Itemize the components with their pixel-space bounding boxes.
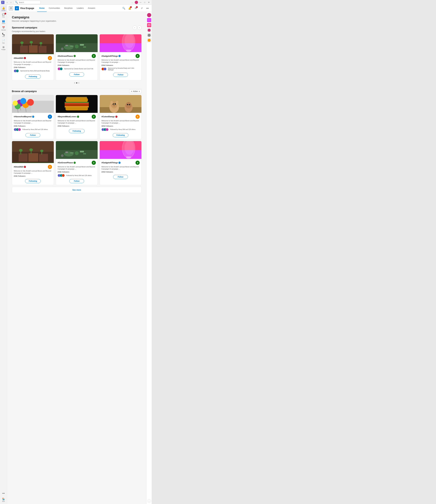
messages-button[interactable]: ✉ 1 bbox=[133, 6, 138, 11]
sidebar-item-store[interactable]: 🏪 Store bbox=[0, 497, 7, 503]
nav-link-storylines[interactable]: Storylines bbox=[62, 5, 75, 12]
card-gadgetsnthingsb-action: Follow bbox=[101, 175, 140, 179]
notifications-button[interactable]: 🔔 10 bbox=[127, 6, 132, 11]
left-sidebar: 🔔 Activity 💬 Chat 1 👥 Teams 📅 Calendar 📞… bbox=[0, 5, 7, 504]
maximize-button[interactable]: □ bbox=[143, 1, 146, 4]
hash-badge-green-4: # bbox=[92, 161, 96, 165]
sidebar-item-teams[interactable]: 👥 Teams bbox=[0, 19, 7, 25]
card-gadgetsnthings: #GadgetsNThings ✓ # Welcome to Van Arsde… bbox=[100, 34, 142, 81]
collapse-sidebar-button[interactable]: ‹ bbox=[7, 14, 9, 18]
teams-logo: T bbox=[1, 1, 4, 4]
sidebar-more-button[interactable]: ••• bbox=[0, 490, 7, 496]
main-area: ☰ V Viva Engage Home Communities Storyli… bbox=[7, 5, 152, 504]
card-cutestdawgs-follow-button[interactable]: Following bbox=[113, 133, 128, 137]
back-button[interactable]: ‹ bbox=[5, 0, 9, 4]
nav-more-button[interactable]: ••• bbox=[145, 6, 150, 11]
browse-campaigns-section: Browse all campaigns ≡ Active ∨ bbox=[12, 90, 142, 193]
share-button[interactable]: ↗ bbox=[139, 6, 144, 11]
nav-actions: 🔍 🔔 10 ✉ 1 ↗ ••• bbox=[121, 6, 150, 11]
dot-2[interactable] bbox=[76, 82, 77, 83]
more-button[interactable]: ... bbox=[131, 1, 134, 4]
search-button[interactable]: 🔍 bbox=[121, 6, 126, 11]
right-panel-item-2[interactable] bbox=[147, 23, 151, 27]
nav-link-leaders[interactable]: Leaders bbox=[75, 5, 86, 12]
card-cutestdawgs-title-row: #CutestDawgs ✓ # bbox=[101, 115, 140, 119]
card-aboveandbeyond-title: #AboveAndBeyond ✓ bbox=[14, 116, 34, 118]
sidebar-label-teams: Teams bbox=[2, 23, 5, 24]
user-avatar[interactable] bbox=[135, 1, 138, 4]
right-panel-item-1[interactable]: C bbox=[147, 18, 151, 22]
card-gogreenplease-follow-button[interactable]: Follow bbox=[69, 72, 84, 77]
chat-badge: 1 bbox=[4, 13, 6, 15]
card-aboveandbeyond-action: Follow bbox=[14, 133, 52, 137]
card-gogreenplease-followers: 234k Followers bbox=[58, 64, 96, 66]
card-gogreenpleaseb-follow-button[interactable]: Follow bbox=[69, 179, 84, 183]
sponsored-prev-button[interactable]: ‹ bbox=[133, 26, 137, 30]
sponsored-next-button[interactable]: › bbox=[137, 26, 142, 30]
card-beyondmeatlovers-follow-button[interactable]: Following bbox=[69, 129, 85, 133]
card-gadgetsnthingsb-follow-button[interactable]: Follow bbox=[113, 175, 128, 179]
forward-button[interactable]: › bbox=[9, 0, 13, 4]
right-panel-item-4[interactable] bbox=[147, 33, 151, 37]
card-gogreenplease-sponsor-text: Sponsored by Celeste Burton and Cecil Fo… bbox=[64, 68, 93, 70]
card-gadgetsnthingsb-desc: Welcome to Van Arsdel's annual Above and… bbox=[101, 166, 140, 170]
browse-section-title: Browse all campaigns bbox=[12, 90, 37, 93]
right-panel-collapse-button[interactable]: › bbox=[147, 499, 151, 503]
right-panel-item-5[interactable] bbox=[147, 38, 151, 42]
right-panel-item-3[interactable] bbox=[147, 28, 151, 32]
nav-link-home[interactable]: Home bbox=[37, 5, 47, 12]
sponsor-avatars-4 bbox=[14, 128, 20, 131]
card-aboveandbeyond: #AboveAndBeyond ✓ # Welcome to Van Arsde… bbox=[12, 95, 54, 139]
address-bar[interactable]: 🔍 bbox=[14, 1, 41, 4]
nav-link-answers[interactable]: Answers bbox=[86, 5, 97, 12]
card-give2023-follow-button[interactable]: Following bbox=[25, 74, 41, 79]
app-layout: 🔔 Activity 💬 Chat 1 👥 Teams 📅 Calendar 📞… bbox=[0, 5, 152, 504]
card-gadgetsnthings-follow-button[interactable]: Follow bbox=[113, 73, 128, 77]
hamburger-button[interactable]: ☰ bbox=[9, 6, 13, 10]
sidebar-item-calls[interactable]: 📞 Calls bbox=[0, 32, 7, 38]
right-panel-user-avatar[interactable] bbox=[147, 13, 151, 17]
svg-point-20 bbox=[61, 47, 64, 50]
sidebar-item-chat[interactable]: 💬 Chat 1 bbox=[0, 12, 7, 18]
sponsor-avatars-5 bbox=[101, 128, 108, 131]
browser-nav-buttons: ‹ › bbox=[5, 0, 13, 4]
dot-1[interactable] bbox=[74, 82, 75, 83]
card-aboveandbeyond-follow-button[interactable]: Follow bbox=[26, 133, 40, 137]
card-gogreenplease-action: Follow bbox=[58, 72, 96, 77]
card-gogreenplease: #GoGreenPlease ✓ # Welcome to Van Arsdel… bbox=[56, 34, 98, 81]
sidebar-item-files[interactable]: 📄 Files bbox=[0, 38, 7, 45]
svg-rect-41 bbox=[65, 98, 88, 102]
svg-rect-4 bbox=[20, 45, 28, 53]
browse-cards-grid: #AboveAndBeyond ✓ # Welcome to Van Arsde… bbox=[12, 95, 142, 185]
app-logo: V Viva Engage bbox=[15, 6, 34, 10]
hash-badge-blue: # bbox=[48, 115, 52, 119]
files-icon: 📄 bbox=[2, 39, 5, 42]
active-filter-button[interactable]: ≡ Active ∨ bbox=[129, 90, 142, 93]
verified-blue-icon-3: ✓ bbox=[118, 162, 120, 164]
sidebar-item-activity[interactable]: 🔔 Activity bbox=[0, 6, 7, 12]
main-content: ‹ Campaigns Discover campaigns happening… bbox=[7, 12, 146, 504]
card-gadgetsnthings-image bbox=[100, 34, 141, 52]
close-button[interactable]: ✕ bbox=[147, 1, 150, 4]
card-give2023-desc: Welcome to Van Arsdel's annual Above and… bbox=[14, 61, 52, 66]
sidebar-label-calls: Calls bbox=[2, 36, 5, 37]
svg-rect-44 bbox=[65, 104, 89, 107]
nav-link-communities[interactable]: Communities bbox=[47, 5, 62, 12]
title-bar-left: T ‹ › 🔍 bbox=[1, 0, 41, 4]
messages-badge: 1 bbox=[136, 6, 138, 8]
card-give2023b-follow-button[interactable]: Following bbox=[25, 179, 41, 183]
svg-point-12 bbox=[39, 42, 42, 44]
see-more-bar[interactable]: See more bbox=[12, 187, 142, 193]
card-beyondmeatlovers-body: #BeyondMeatLovers ✓ # Welcome to Van Ars… bbox=[56, 113, 98, 139]
card-gadgetsnthings-action: Follow bbox=[101, 73, 140, 77]
sidebar-item-calendar[interactable]: 📅 Calendar bbox=[0, 26, 7, 31]
card-gadgetsnthingsb-title-row: #GadgetsNThings ✓ # bbox=[101, 161, 140, 165]
card-give2023b: #Give2023 ✓ # Welcome to Van Arsdel's an… bbox=[12, 141, 54, 185]
plants-svg bbox=[12, 34, 54, 54]
sidebar-item-engage[interactable]: ⊞ Engage bbox=[0, 45, 7, 51]
address-input[interactable] bbox=[19, 1, 39, 3]
dot-3[interactable] bbox=[78, 82, 79, 83]
minimize-button[interactable]: — bbox=[139, 1, 142, 4]
card-beyondmeatlovers: #BeyondMeatLovers ✓ # Welcome to Van Ars… bbox=[56, 95, 98, 139]
card-give2023-body: #Give2023 ✓ # Welcome to Van Arsdel's an… bbox=[12, 54, 54, 81]
